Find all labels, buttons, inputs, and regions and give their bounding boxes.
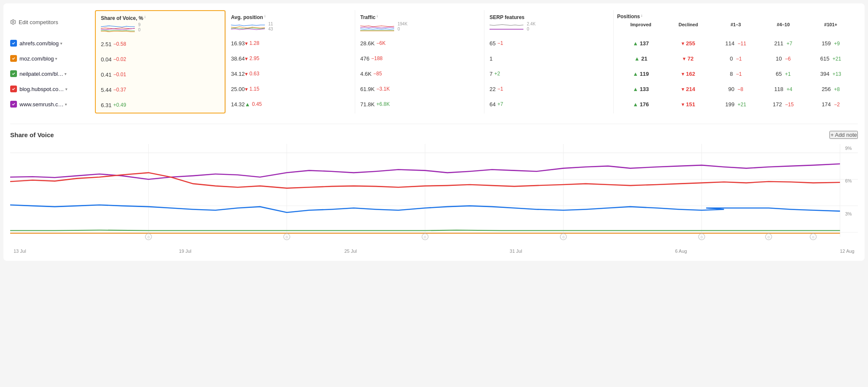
traffic-cell: 71.8K +6.8K [360,97,479,112]
avg-pos-info-icon[interactable]: ⁱ [264,15,265,19]
svg-text:⚙: ⚙ [562,235,565,239]
traffic-range-high: 194K [398,22,407,27]
dropdown-icon[interactable]: ▾ [64,72,67,76]
sov-column: Share of Voice, % ⁱ 9 0 [95,10,225,113]
svg-text:⚙: ⚙ [700,235,703,239]
competitor-row: blog.hubspot.co… ▾ [10,81,95,97]
avg-pos-cell: 25.00 ▾ 1.15 [231,81,350,97]
competitor-checkbox[interactable] [10,55,17,62]
serp-title: SERP features [490,14,524,20]
traffic-cell: 61.9K −3.1K [360,81,479,97]
traffic-range-low: 0 [398,27,407,32]
sov-cell: 0.04 −0.02 [101,52,220,67]
avg-pos-cell: 38.64 ▾ 2.95 [231,51,350,66]
dropdown-icon[interactable]: ▾ [60,41,62,46]
svg-text:⚙: ⚙ [767,235,770,239]
competitor-column: Edit competitors ahrefs.com/blog ▾ moz.c… [10,10,95,113]
dropdown-icon[interactable]: ▾ [65,87,67,91]
traffic-info-icon[interactable]: ⁱ [377,15,378,19]
h13-header: #1–3 [712,22,760,27]
sov-cell: 0.41 −0.01 [101,67,220,82]
competitor-name: neilpatel.com/bl… ▾ [19,71,67,77]
sov-cell: 2.51 −0.58 [101,36,220,52]
gear-icon [10,19,16,25]
avg-pos-column: Avg. position ⁱ 11 43 [225,10,355,113]
traffic-sparkline [360,22,394,32]
sov-range-high: 9 [138,22,141,28]
serp-cell: 7 +2 [490,66,608,81]
competitor-checkbox[interactable] [10,86,17,92]
competitor-name: ahrefs.com/blog ▾ [19,40,62,47]
svg-text:⚙: ⚙ [812,235,815,239]
positions-info-icon[interactable]: ⁱ [641,14,642,19]
serp-range-low: 0 [527,27,536,32]
positions-cell: ▲ 137 ▾ 255 114 −11 211 +7 159 +9 [617,36,854,51]
chart-section: Share of Voice + Add note 9% 6% 3% [10,124,858,254]
x-axis-labels: 13 Jul 19 Jul 25 Jul 31 Jul 6 Aug 12 Aug [10,247,858,254]
sov-cell: 6.31 +0.49 [101,97,220,113]
competitor-name: moz.com/blog ▾ [19,55,57,62]
positions-title: Positions [617,14,640,19]
h410-header: #4–10 [760,22,807,27]
competitor-row: www.semrush.c… ▾ [10,97,95,112]
traffic-column: Traffic ⁱ 194K 0 [355,10,484,113]
traffic-cell: 4.6K −85 [360,66,479,81]
avg-sparkline [231,22,265,32]
traffic-cell: 28.6K −6K [360,36,479,51]
sov-range-low: 0 [138,28,141,33]
competitor-name: blog.hubspot.co… ▾ [19,86,67,92]
edit-competitors-button[interactable]: Edit competitors [10,10,95,36]
positions-cell: ▲ 21 ▾ 72 0 −1 10 −6 615 +21 [617,51,854,66]
competitor-checkbox[interactable] [10,40,17,47]
serp-cell: 65 −1 [490,36,608,51]
competitor-row: ahrefs.com/blog ▾ [10,36,95,51]
sov-cell: 5.44 −0.37 [101,82,220,97]
svg-text:⚙: ⚙ [147,235,150,239]
avg-range-high: 11 [268,22,273,27]
serp-column: SERP features 2.4K 0 65 −117 +222 −164 + [484,10,613,113]
serp-range-high: 2.4K [527,22,536,27]
declined-header: Declined [665,22,712,27]
y-axis-labels: 9% 6% 3% [845,144,858,246]
svg-text:⚙: ⚙ [285,235,288,239]
sov-sparkline [101,22,135,33]
positions-cell: ▲ 119 ▾ 162 8 −1 65 +1 394 +13 [617,66,854,81]
competitor-name: www.semrush.c… ▾ [19,101,67,108]
metrics-area: Share of Voice, % ⁱ 9 0 [95,10,858,113]
avg-range-low: 43 [268,27,273,32]
competitor-checkbox[interactable] [10,101,17,108]
dropdown-icon[interactable]: ▾ [65,102,67,107]
competitor-row: neilpatel.com/bl… ▾ [10,66,95,81]
positions-cell: ▲ 176 ▾ 151 199 +21 172 −15 174 −2 [617,97,854,112]
add-note-button[interactable]: + Add note [829,131,858,139]
serp-cell: 22 −1 [490,81,608,97]
avg-pos-title: Avg. position [231,14,263,20]
h101-header: #101+ [807,22,854,27]
serp-cell: 1 [490,51,608,66]
positions-column: Positions ⁱ Improved Declined #1–3 #4–10… [613,10,858,113]
traffic-cell: 476 −188 [360,51,479,66]
avg-pos-cell: 34.12 ▾ 0.63 [231,66,350,81]
edit-competitors-label: Edit competitors [19,19,58,25]
sov-title: Share of Voice, % [101,15,143,21]
dropdown-icon[interactable]: ▾ [55,56,57,61]
competitor-checkbox[interactable] [10,70,17,77]
serp-sparkline [490,22,523,32]
improved-header: Improved [617,22,665,27]
svg-text:⚙: ⚙ [423,235,426,239]
avg-pos-cell: 14.32 ▲ 0.45 [231,97,350,112]
positions-cell: ▲ 133 ▾ 214 90 −8 118 +4 256 +8 [617,81,854,97]
traffic-title: Traffic [360,14,376,20]
competitor-row: moz.com/blog ▾ [10,51,95,66]
chart-svg: ⚙ ⚙ ⚙ ⚙ ⚙ ⚙ ⚙ [10,144,858,246]
serp-cell: 64 +7 [490,97,608,112]
chart-title: Share of Voice [10,131,54,138]
chart-wrapper: 9% 6% 3% [10,144,858,254]
avg-pos-cell: 16.93 ▾ 1.28 [231,36,350,51]
sov-info-icon[interactable]: ⁱ [145,16,145,20]
